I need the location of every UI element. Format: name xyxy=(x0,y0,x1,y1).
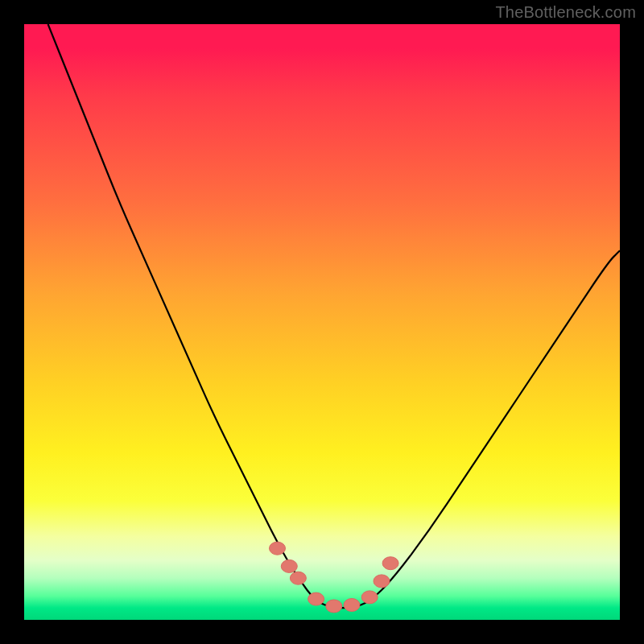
chart-frame: TheBottleneck.com xyxy=(0,0,644,644)
highlight-marker xyxy=(270,542,286,555)
highlighted-markers-group xyxy=(270,542,399,613)
highlight-marker xyxy=(374,575,390,588)
chart-overlay-svg xyxy=(24,24,620,620)
highlight-marker xyxy=(290,572,306,584)
highlight-marker xyxy=(326,600,342,613)
highlight-marker xyxy=(382,557,398,570)
highlight-marker xyxy=(344,599,360,612)
highlight-marker xyxy=(361,591,378,604)
bottleneck-curve xyxy=(48,24,620,608)
highlight-marker xyxy=(281,559,297,572)
plot-area xyxy=(24,24,620,620)
watermark-text: TheBottleneck.com xyxy=(495,3,636,22)
highlight-marker xyxy=(308,592,324,605)
